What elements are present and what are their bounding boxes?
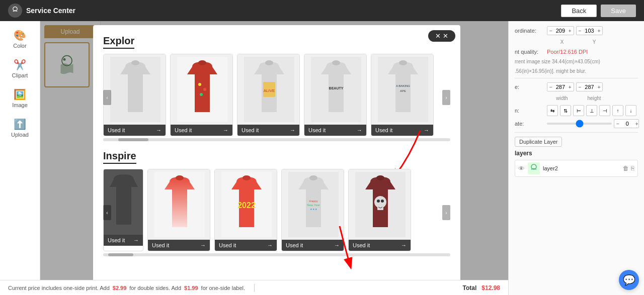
inspire-card-footer-5: Used it →	[349, 240, 411, 251]
explore-card-2[interactable]: Used it →	[170, 54, 233, 136]
divider-1	[515, 78, 638, 78]
layers-title: layers	[515, 150, 638, 157]
inspire-next-button[interactable]: ›	[442, 205, 450, 220]
inspire-card-img-1	[104, 169, 143, 235]
back-button[interactable]: Back	[561, 5, 597, 17]
x-value: 209	[553, 28, 568, 34]
size-label: e:	[515, 84, 545, 90]
save-button[interactable]: Save	[601, 5, 636, 17]
explore-prev-button[interactable]: ‹	[103, 90, 111, 105]
duplicate-layer-button[interactable]: Duplicate Layer	[515, 137, 562, 147]
layer-copy-button[interactable]: ⎘	[631, 165, 634, 172]
app-title: Service Center	[26, 7, 75, 15]
rotate-value-box[interactable]: − 0 +	[614, 119, 639, 128]
height-increment-button[interactable]: +	[598, 84, 601, 90]
bottom-total: Total $12.98	[463, 284, 501, 291]
svg-point-4	[131, 60, 139, 65]
sidebar-item-clipart[interactable]: ✂️ Clipart	[3, 55, 38, 82]
sidebar-item-image-label: Image	[12, 102, 28, 108]
arrow-r1: →	[133, 237, 139, 243]
card-footer-2: Used it →	[171, 125, 232, 136]
card-img-3: ALIVE	[237, 54, 300, 125]
quality-value: Poor/12.616 DPI	[547, 49, 588, 55]
bottom-divider	[254, 284, 255, 292]
arrow-right-1: →	[156, 127, 162, 133]
inspire-card-2[interactable]: Used it →	[147, 169, 210, 251]
svg-point-18	[399, 60, 407, 65]
card-footer-3: Used it →	[237, 125, 299, 136]
modal-overlay: ✕ ✕ Explor	[40, 21, 513, 295]
width-increment-button[interactable]: +	[569, 84, 572, 90]
width-box[interactable]: − 287 +	[547, 82, 574, 91]
height-box[interactable]: − 287 +	[576, 82, 603, 91]
rotate-decrement-button[interactable]: −	[616, 121, 619, 127]
svg-text:New Year: New Year	[307, 204, 320, 207]
height-decrement-button[interactable]: −	[579, 84, 582, 90]
inspire-scrollbar[interactable]	[103, 253, 450, 256]
inspire-card-5[interactable]: Used it →	[348, 169, 411, 251]
top-bar: Service Center Back Save	[0, 0, 644, 21]
svg-text:2022: 2022	[237, 201, 256, 210]
upload-icon: ⬆️	[14, 118, 26, 130]
card-footer-1: Used it →	[104, 125, 166, 136]
inspire-prev-button[interactable]: ‹	[103, 205, 111, 220]
x-increment-button[interactable]: +	[569, 28, 572, 34]
y-value: 103	[583, 28, 597, 34]
align-right-button[interactable]: ⊣	[599, 105, 610, 116]
layer-visibility-button[interactable]: 👁	[518, 165, 525, 172]
align-top-button[interactable]: ↑	[612, 105, 623, 116]
y-coordinate-box[interactable]: − 103 +	[576, 26, 603, 35]
svg-point-34	[376, 175, 384, 180]
color-icon: 🎨	[14, 29, 26, 41]
y-increment-button[interactable]: +	[598, 28, 601, 34]
x-coordinate-box[interactable]: − 209 +	[547, 26, 574, 35]
card-img-2	[171, 54, 233, 125]
sidebar-item-color[interactable]: 🎨 Color	[3, 25, 38, 53]
explore-card-4[interactable]: BEAUTY Used it →	[304, 54, 367, 136]
svg-point-38	[381, 200, 384, 203]
svg-point-37	[377, 200, 380, 203]
inspire-card-img-2	[148, 169, 210, 240]
sidebar-item-color-label: Color	[13, 43, 26, 49]
explore-card-5[interactable]: A BAKING APE Used it →	[371, 54, 434, 136]
used-it-r5: Used it	[353, 242, 370, 248]
explore-card-3[interactable]: ALIVE Used it →	[237, 54, 300, 136]
y-decrement-button[interactable]: −	[579, 28, 582, 34]
rotate-row: ate: − 0 +	[515, 119, 638, 128]
layer-name: layer2	[543, 165, 620, 171]
bottom-price-1: $2.99	[113, 285, 127, 291]
align-left-button[interactable]: ⊢	[573, 105, 584, 116]
align-bottom-button[interactable]: ↓	[625, 105, 636, 116]
explore-scrollbar[interactable]	[103, 138, 450, 141]
height-value: 287	[583, 84, 597, 90]
top-actions: Back Save	[561, 5, 636, 17]
svg-point-11	[265, 60, 273, 65]
inspire-card-3[interactable]: 2022 Used it →	[214, 169, 277, 251]
sidebar-item-upload[interactable]: ⬆️ Upload	[3, 114, 38, 142]
inspire-card-4[interactable]: Happy New Year ★ ★ ★ Used it →	[281, 169, 344, 251]
arrow-right-5: →	[424, 127, 429, 133]
arrow-right-3: →	[290, 127, 295, 133]
width-decrement-button[interactable]: −	[549, 84, 552, 90]
sidebar-item-image[interactable]: 🖼️ Image	[3, 84, 38, 112]
size-row: e: − 287 + − 287 +	[515, 82, 638, 91]
explore-next-button[interactable]: ›	[442, 90, 450, 105]
rotate-label: n:	[515, 108, 545, 114]
align-center-button[interactable]: ⊥	[586, 105, 597, 116]
svg-text:BEAUTY: BEAUTY	[329, 86, 343, 90]
x-decrement-button[interactable]: −	[549, 28, 552, 34]
rotate-slider[interactable]	[547, 123, 612, 125]
chat-bubble-button[interactable]: 💬	[619, 270, 639, 290]
used-it-r2: Used it	[152, 242, 169, 248]
rotate-increment-button[interactable]: +	[635, 121, 638, 127]
modal-close-button[interactable]: ✕ ✕	[428, 30, 455, 42]
size-labels-row: width height	[515, 95, 638, 101]
layer-delete-button[interactable]: 🗑	[623, 165, 629, 172]
explore-card-1[interactable]: Used it →	[103, 54, 166, 136]
flip-h-button[interactable]: ⇆	[547, 105, 558, 116]
clipart-icon: ✂️	[14, 59, 26, 71]
svg-text:ALIVE: ALIVE	[263, 88, 275, 93]
inspire-card-footer-4: Used it →	[282, 240, 344, 251]
svg-point-9	[200, 93, 203, 96]
flip-v-button[interactable]: ⇅	[560, 105, 571, 116]
